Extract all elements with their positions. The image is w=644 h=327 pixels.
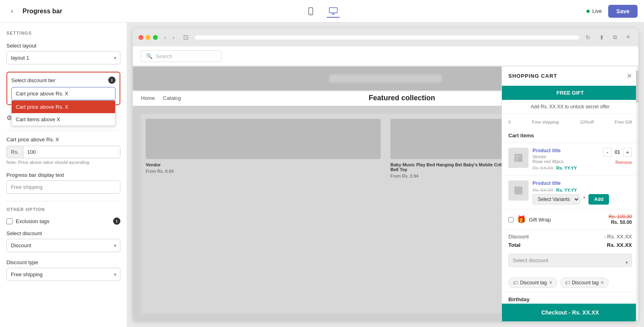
product-card-1[interactable]: Vendor From Rs. 8.84 [141,114,386,313]
traffic-light-green[interactable] [153,35,158,40]
tag-close-2[interactable]: ✕ [600,280,604,286]
total-label: Total [508,242,520,248]
save-button[interactable]: Save [608,5,638,18]
nav-buttons: ‹ › [162,33,177,41]
nav-catalog[interactable]: Catalog [163,95,181,101]
cart-item-info-2: Product title Rs. XX.XX Rs. YY.YY Select… [533,180,632,205]
progress-label-right1: 10%off [580,120,594,124]
live-dot [586,10,590,13]
cart-item-image-2 [508,180,528,201]
discount-type-label: Discount type [6,259,120,265]
cart-panel: SHOPPING CART ✕ FREE GIFT Add Rs. XX.XX … [502,66,638,321]
discount-tag-label-1: Discount tag [520,280,547,286]
tier-select[interactable]: Cart price above Rs. X Cart items above … [11,87,116,100]
tag-icon-1: 🏷 [513,279,518,286]
discount-type-group: Discount type Free shipping ▾ [6,259,120,281]
browser-frame: ‹ › ⊡ ↻ ⬆ ⧉ + 🔍 Search [133,28,638,321]
qty-decrease-1[interactable]: - [603,148,612,157]
add-item-button[interactable]: Add [588,194,609,205]
traffic-lights [138,35,158,40]
layout-label: Select layout [6,43,120,49]
tag-icon-2: 🏷 [565,279,570,286]
discount-tier-header: Select discount tier i [11,77,116,84]
rs-value-input[interactable] [23,146,121,158]
progress-display-text-group: Progress bar display text [6,172,120,194]
reload-button[interactable]: ↻ [583,33,593,41]
forward-nav-button[interactable]: › [170,33,177,41]
cart-item-title-1[interactable]: Product title [533,148,599,153]
top-bar: ‹ Progress bar Live Save [0,0,644,23]
gift-wrap-sale-price: Rs. 50.00 [609,219,632,225]
nav-home[interactable]: Home [141,95,155,101]
address-bar[interactable] [195,35,579,39]
variant-select[interactable]: Select Variants [533,194,580,205]
discount-tag-label-2: Discount tag [572,280,599,286]
free-gift-bar: FREE GIFT [502,86,638,100]
cart-totals: Discount - Rs. XX.XX Total Rs. XX.XX Se [502,230,638,277]
discount-tag-2[interactable]: 🏷 Discount tag ✕ [560,277,609,288]
discount-tag-1[interactable]: 🏷 Discount tag ✕ [508,277,557,288]
cart-item-price-1: Rs. XX.XX Rs. YY.YY [533,166,599,170]
tier-select-wrapper: Cart price above Rs. X Cart items above … [11,87,116,100]
fullscreen-button[interactable]: ⊡ [181,33,191,42]
cart-price-group: Cart price above Rs. X Rs. Note: Price a… [6,137,120,165]
duplicate-button[interactable]: ⧉ [611,33,619,41]
product-price-1: From Rs. 8.84 [146,169,381,174]
cart-item-vendor-1: Vendor [533,154,599,159]
traffic-light-yellow[interactable] [146,35,151,40]
cart-header: SHOPPING CART ✕ [502,66,638,86]
select-discount-label: Select discount [6,230,120,236]
mobile-view-button[interactable] [304,5,317,18]
progress-label-left: 0 [508,120,511,124]
divider-1 [6,130,120,131]
tier-option-cart-price[interactable]: Cart price above Rs. X [12,101,115,113]
cart-item-2: Product title Rs. XX.XX Rs. YY.YY Select… [502,176,638,210]
share-button[interactable]: ⬆ [597,33,607,41]
tag-close-1[interactable]: ✕ [549,280,553,286]
cart-item-title-2[interactable]: Product title [533,180,632,186]
other-option-title: OTHER OPTION [6,207,120,212]
product-title-1: Vendor [146,162,381,167]
gift-wrap-label: Gift Wrap [529,217,605,223]
store-header: 🔍 Search [133,46,638,66]
checkout-button[interactable]: Checkout - Rs. XX.XX [502,304,638,321]
preview-area: ‹ › ⊡ ↻ ⬆ ⧉ + 🔍 Search [127,23,644,327]
progress-display-input[interactable] [6,180,120,194]
discount-type-select[interactable]: Free shipping [6,268,120,281]
discount-row: Discount - Rs. XX.XX [508,234,632,240]
exclusion-tags-checkbox[interactable] [6,218,12,224]
select-discount[interactable]: Select discount [508,254,632,267]
store-body: Home Catalog Featured collection ‹ › [133,66,638,321]
settings-title: SETTINGS [6,31,120,35]
store-content: 🔍 Search Home [133,46,638,321]
cart-item-price-2: Rs. XX.XX Rs. YY.YY [533,188,632,192]
desktop-view-button[interactable] [327,5,340,18]
total-value: Rs. XX.XX [607,242,632,248]
price-sale-2: Rs. YY.YY [556,188,577,192]
qty-increase-1[interactable]: + [623,148,632,157]
gift-wrap-original-price: Rs. 100.00 [609,214,632,219]
discount-select[interactable]: Discount [6,239,120,252]
exclusion-tags-info-icon[interactable]: i [113,217,120,225]
browser-content: 🔍 Search Home [133,46,638,321]
traffic-light-red[interactable] [138,35,143,40]
back-nav-button[interactable]: ‹ [162,33,169,41]
gift-wrap-checkbox[interactable] [508,217,514,222]
scrollbar-thumb[interactable] [636,70,638,103]
back-button[interactable]: ‹ [6,6,18,17]
price-original-1: Rs. XX.XX [533,166,553,170]
store-search-bar[interactable]: 🔍 Search [141,50,221,62]
cart-title: SHOPPING CART [508,73,557,79]
variant-select-row: Select Variants ▾ Add [533,194,632,205]
tier-option-cart-items[interactable]: Cart items above X [12,113,115,126]
layout-select[interactable]: layout 1 layout 2 [6,51,120,64]
cart-close-button[interactable]: ✕ [627,72,632,80]
discount-tier-info-icon[interactable]: i [108,77,116,84]
new-tab-button[interactable]: + [623,32,633,42]
discount-tier-label: Select discount tier [11,77,56,83]
remove-item-1[interactable]: Remove [615,160,632,165]
cart-item-image-1 [508,148,528,168]
cart-price-label: Cart price above Rs. X [6,137,120,143]
svg-rect-2 [329,8,337,13]
cart-item-info-1: Product title Vendor Rose red 48pcs Rs. … [533,148,599,170]
